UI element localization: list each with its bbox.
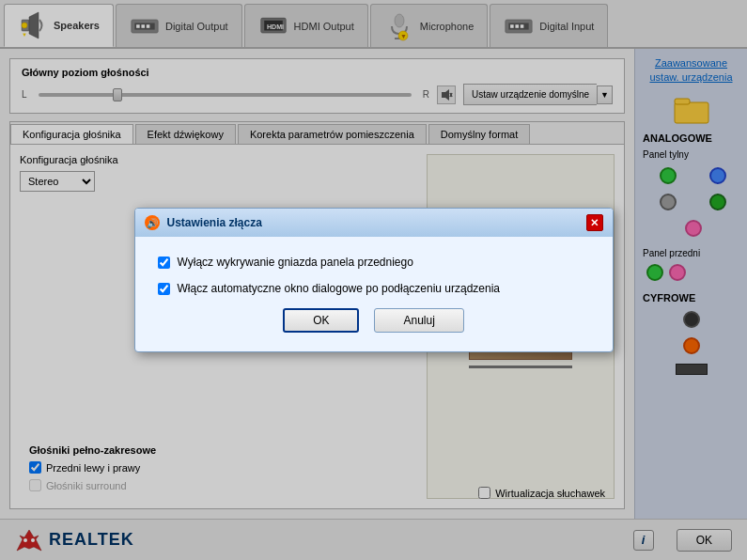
dialog-checkbox-2-label: Włącz automatyczne okno dialogowe po pod… <box>178 282 501 295</box>
dialog-checkbox-row-1: Wyłącz wykrywanie gniazda panela przedni… <box>158 256 590 269</box>
dialog-checkbox-1[interactable] <box>158 257 170 269</box>
dialog: 🔊 Ustawienia złącza ✕ Wyłącz wykrywanie … <box>134 208 614 352</box>
dialog-checkbox-2[interactable] <box>158 283 170 295</box>
main-window: ▼ Speakers Digital Output <box>0 0 747 560</box>
dialog-ok-button[interactable]: OK <box>283 308 359 333</box>
dialog-title: Ustawienia złącza <box>167 216 579 229</box>
dialog-checkbox-row-2: Włącz automatyczne okno dialogowe po pod… <box>158 282 590 295</box>
dialog-buttons: OK Anuluj <box>158 308 590 333</box>
dialog-close-button[interactable]: ✕ <box>586 214 603 231</box>
dialog-checkbox-1-label: Wyłącz wykrywanie gniazda panela przedni… <box>178 256 413 269</box>
dialog-content: Wyłącz wykrywanie gniazda panela przedni… <box>135 237 613 351</box>
dialog-cancel-button[interactable]: Anuluj <box>374 308 463 333</box>
dialog-icon: 🔊 <box>145 215 160 230</box>
dialog-overlay: 🔊 Ustawienia złącza ✕ Wyłącz wykrywanie … <box>0 0 747 560</box>
dialog-titlebar: 🔊 Ustawienia złącza ✕ <box>135 209 613 237</box>
